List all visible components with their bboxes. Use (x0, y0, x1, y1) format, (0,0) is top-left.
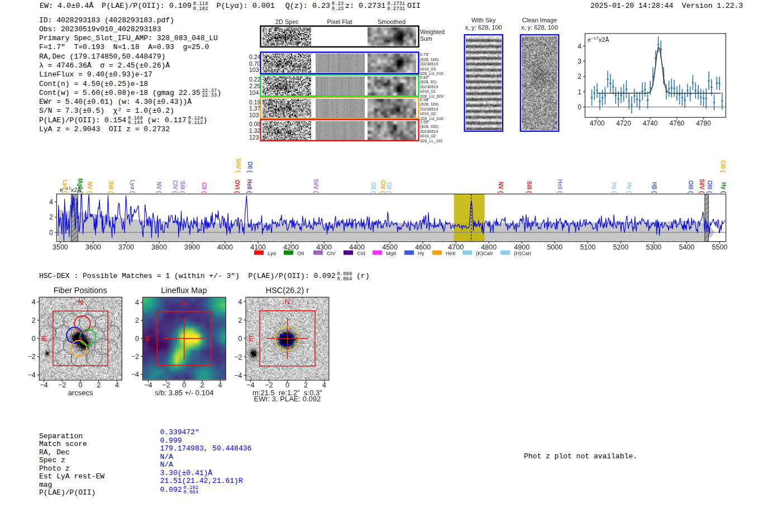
svg-text:4760: 4760 (670, 119, 685, 127)
svg-text:OVI {: OVI { (234, 180, 240, 193)
svg-text:0.24: 0.24 (249, 54, 261, 60)
svg-text:Hγ {: Hγ { (626, 183, 632, 194)
svg-text:−2: −2 (162, 381, 170, 389)
svg-text:N: N (285, 298, 290, 306)
svg-text:Weighted: Weighted (420, 28, 445, 35)
svg-text:0.08: 0.08 (249, 121, 261, 127)
svg-text:2.25: 2.25 (249, 83, 261, 89)
svg-text:CIV: CIV (327, 250, 336, 256)
svg-text:4: 4 (218, 381, 222, 389)
svg-text:2: 2 (49, 213, 53, 221)
svg-text:OII {: OII { (386, 182, 392, 193)
svg-text:4: 4 (32, 298, 36, 306)
svg-text:−2: −2 (58, 381, 66, 389)
svg-text:SiIV {: SiIV { (313, 179, 319, 193)
svg-text:HeII: HeII (446, 250, 455, 256)
svg-text:4700: 4700 (590, 119, 605, 127)
svg-text:SiII {: SiII { (108, 181, 114, 193)
svg-text:CIV {: CIV { (380, 180, 386, 193)
svg-text:NV {: NV { (498, 181, 504, 193)
svg-text:3500: 3500 (53, 243, 68, 251)
svg-text:s/b: 3.85 +/- 0.104: s/b: 3.85 +/- 0.104 (155, 389, 213, 397)
svg-text:1.37: 1.37 (249, 105, 261, 112)
svg-text:OIII {: OIII { (707, 180, 713, 193)
svg-text:OII: OII (297, 250, 304, 256)
svg-text:NV {: NV { (156, 181, 162, 193)
svg-text:3: 3 (578, 57, 581, 65)
svg-text:E: E (146, 334, 151, 343)
svg-text:Smoothed: Smoothed (378, 18, 406, 25)
svg-text:SiII {: SiII { (526, 181, 532, 193)
svg-text:3600: 3600 (85, 243, 101, 251)
svg-text:5400: 5400 (679, 243, 694, 251)
svg-text:NV {: NV { (87, 181, 93, 193)
svg-text:−4: −4 (40, 381, 47, 389)
svg-text:Hγ {: Hγ { (611, 183, 617, 194)
svg-text:5200: 5200 (613, 243, 628, 251)
svg-text:0: 0 (32, 335, 36, 343)
svg-text:0: 0 (182, 381, 186, 389)
svg-text:2: 2 (200, 381, 204, 389)
svg-text:Sum: Sum (420, 35, 432, 42)
svg-text:(K)CaII: (K)CaII (476, 250, 493, 256)
svg-text:0: 0 (49, 229, 53, 237)
svg-text:SiIV {: SiIV { (235, 158, 241, 172)
svg-text:−4: −4 (234, 372, 242, 380)
svg-text:2: 2 (32, 317, 36, 324)
svg-text:Hγ {: Hγ { (721, 183, 727, 194)
svg-text:4740: 4740 (643, 119, 658, 127)
svg-text:Hγ: Hγ (418, 250, 425, 256)
svg-text:−2: −2 (131, 353, 139, 361)
svg-text:1: 1 (578, 88, 581, 96)
svg-text:4: 4 (115, 381, 119, 389)
svg-text:Lyα {: Lyα { (62, 180, 68, 193)
svg-text:3900: 3900 (184, 243, 200, 251)
svg-text:Lyα: Lyα (268, 250, 276, 256)
svg-text:N: N (182, 299, 187, 307)
svg-text:EWr: 3, PLAE: 0.092: EWr: 3, PLAE: 0.092 (254, 395, 321, 403)
svg-text:HSC(26.2) r: HSC(26.2) r (266, 286, 309, 295)
svg-text:With Sky: With Sky (471, 17, 496, 23)
svg-text:Lyα {: Lyα { (130, 180, 136, 193)
svg-text:E: E (249, 334, 254, 343)
svg-text:(H)CaII: (H)CaII (514, 250, 531, 256)
svg-text:4: 4 (239, 298, 242, 306)
svg-text:4: 4 (578, 42, 581, 50)
svg-text:4: 4 (49, 198, 53, 206)
svg-text:HeII {: HeII { (246, 179, 252, 193)
svg-text:4000: 4000 (217, 243, 233, 251)
svg-text:123: 123 (249, 134, 259, 141)
svg-text:−2: −2 (234, 353, 242, 361)
svg-text:2: 2 (304, 381, 308, 389)
svg-text:x, y: 628, 100: x, y: 628, 100 (465, 24, 502, 31)
svg-text:Lineflux Map: Lineflux Map (161, 286, 207, 295)
svg-text:CII {: CII { (201, 183, 207, 194)
svg-text:SiII {: SiII { (179, 181, 185, 193)
svg-text:CIV {: CIV { (172, 180, 178, 193)
svg-text:5500: 5500 (712, 243, 727, 251)
svg-text:HeII {: HeII { (557, 179, 563, 193)
svg-text:4100: 4100 (250, 243, 266, 251)
svg-text:−2: −2 (27, 353, 35, 361)
svg-text:4720: 4720 (616, 119, 631, 127)
svg-text:−4: −4 (131, 371, 139, 378)
svg-text:3800: 3800 (151, 243, 167, 251)
svg-text:−4: −4 (246, 381, 254, 389)
svg-text:SiIV {: SiIV { (699, 179, 705, 193)
svg-text:0: 0 (239, 335, 242, 343)
svg-text:−2: −2 (265, 381, 273, 389)
svg-text:0.19: 0.19 (249, 99, 261, 106)
svg-text:CIII {: CIII { (720, 160, 726, 172)
svg-text:E: E (42, 334, 47, 343)
svg-text:328_LL_102: 328_LL_102 (420, 138, 443, 143)
svg-text:2D Spec: 2D Spec (275, 18, 299, 25)
svg-text:4780: 4780 (696, 119, 711, 127)
svg-text:OII {: OII { (370, 182, 376, 193)
svg-text:N: N (78, 298, 83, 306)
svg-text:MgII: MgII (386, 250, 396, 256)
svg-text:4: 4 (135, 299, 139, 306)
svg-text:4200: 4200 (283, 243, 299, 251)
svg-text:−4: −4 (27, 371, 35, 379)
svg-text:Hβ {: Hβ { (651, 182, 657, 193)
svg-text:0: 0 (578, 103, 581, 111)
